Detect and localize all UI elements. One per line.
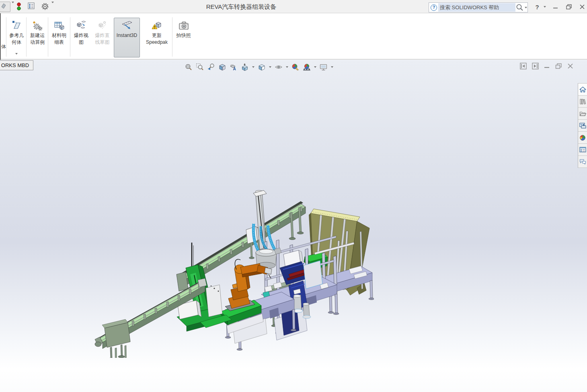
hide-show-items-icon[interactable] (273, 62, 284, 72)
reference-geometry-button[interactable]: 参考几何体 (7, 18, 26, 57)
collapse-right-pane-icon[interactable] (532, 63, 539, 69)
custom-properties-icon (579, 147, 586, 153)
edit-appearance-icon[interactable] (290, 62, 301, 72)
section-view-icon[interactable] (217, 62, 228, 72)
task-pane-tabs (578, 83, 587, 168)
view-settings-dropdown[interactable] (330, 66, 335, 68)
ribbon-separator (172, 17, 172, 57)
snapshot-camera-icon (179, 20, 189, 31)
properties-list-icon[interactable] (28, 2, 35, 10)
view-orientation-dropdown[interactable] (251, 66, 256, 68)
doc-restore-button[interactable] (555, 63, 562, 69)
annotation-views-icon[interactable]: A (228, 62, 239, 72)
restore-button[interactable] (565, 3, 573, 10)
close-button[interactable] (578, 3, 586, 10)
minimize-button[interactable] (552, 3, 560, 10)
display-style-icon[interactable] (257, 62, 267, 72)
svg-text:A: A (233, 67, 236, 71)
ribbon-separator (26, 17, 27, 57)
solidworks-window: REVA汽车转换器组装设备 ? ? (0, 0, 587, 392)
collapse-left-pane-icon[interactable] (520, 63, 527, 69)
update-speedpak-icon (151, 20, 162, 31)
exploded-view-button[interactable]: 爆炸视图 (71, 18, 91, 57)
partial-ribbon-button[interactable]: 体 (1, 43, 6, 50)
doc-close-button[interactable] (567, 63, 573, 69)
instant3d-button[interactable]: Instant3D (114, 18, 140, 57)
bill-of-materials-button[interactable]: 材料明细表 (49, 18, 70, 57)
ribbon-separator (48, 17, 48, 57)
zoom-to-fit-icon[interactable] (183, 62, 194, 72)
display-style-dropdown[interactable] (268, 66, 273, 68)
help-dropdown[interactable] (542, 3, 547, 10)
rebuild-icon (0, 3, 7, 11)
help-circle-icon: ? (431, 4, 437, 11)
options-gear-icon[interactable] (41, 2, 49, 10)
apply-scene-dropdown[interactable] (313, 66, 318, 68)
search-dropdown[interactable] (525, 7, 527, 8)
window-title: REVA汽车转换器组装设备 (169, 0, 314, 13)
design-library-icon (579, 98, 586, 105)
rebuild-button[interactable] (0, 2, 10, 12)
help-button[interactable]: ? (533, 3, 541, 10)
ribbon-separator (70, 17, 70, 57)
folder-icon (579, 110, 586, 116)
instant3d-icon (121, 20, 133, 31)
title-bar: REVA汽车转换器组装设备 ? ? (0, 0, 587, 13)
taskpane-view-palette-tab[interactable] (578, 120, 587, 132)
graphics-viewport[interactable]: ORKS MBD (0, 60, 587, 392)
search-input[interactable] (438, 3, 515, 12)
options-dropdown[interactable] (51, 2, 54, 3)
explode-line-sketch-icon (97, 20, 108, 31)
traffic-light-icon[interactable] (16, 2, 22, 11)
taskpane-appearances-tab[interactable] (578, 132, 587, 144)
taskpane-forum-tab[interactable] (578, 156, 587, 168)
explode-line-sketch-button: 爆炸直线草图 (92, 18, 113, 57)
document-window-controls (520, 63, 573, 69)
assembly-3d-model[interactable] (92, 189, 374, 358)
exploded-view-icon (76, 20, 86, 31)
view-orientation-icon[interactable] (240, 62, 250, 72)
headsup-view-toolbar: A (183, 62, 335, 72)
doc-minimize-button[interactable] (544, 63, 550, 69)
home-icon (579, 86, 586, 93)
command-manager-ribbon: 体 参考几何体 (0, 13, 587, 59)
search-icon[interactable] (515, 4, 527, 12)
window-left-edge (0, 13, 1, 60)
hide-show-items-dropdown[interactable] (285, 66, 289, 68)
rebuild-dropdown[interactable] (12, 2, 14, 3)
appearances-sphere-icon (579, 135, 586, 141)
taskpane-home-tab[interactable] (578, 84, 587, 96)
take-snapshot-button[interactable]: 拍快照 (173, 18, 194, 57)
new-motion-study-button[interactable]: 新建运动算例 (27, 18, 47, 57)
zoom-to-area-icon[interactable] (195, 62, 205, 72)
taskpane-file-explorer-tab[interactable] (578, 108, 587, 120)
taskpane-design-library-tab[interactable] (578, 96, 587, 108)
forum-chat-icon (579, 159, 586, 165)
reference-geometry-dropdown[interactable] (15, 53, 18, 55)
search-box[interactable]: ? (429, 2, 528, 12)
previous-view-icon[interactable] (206, 62, 216, 72)
bill-of-materials-icon (54, 20, 64, 31)
reference-geometry-icon (11, 20, 22, 31)
ribbon-separator (6, 17, 6, 57)
motion-study-icon (32, 20, 43, 31)
tab-solidworks-mbd[interactable]: ORKS MBD (0, 60, 33, 70)
view-settings-icon[interactable] (318, 62, 329, 72)
taskpane-custom-properties-tab[interactable] (578, 144, 587, 156)
apply-scene-icon[interactable] (302, 62, 312, 72)
update-speedpak-button[interactable]: 更新Speedpak (143, 18, 170, 57)
view-palette-icon (579, 122, 586, 129)
